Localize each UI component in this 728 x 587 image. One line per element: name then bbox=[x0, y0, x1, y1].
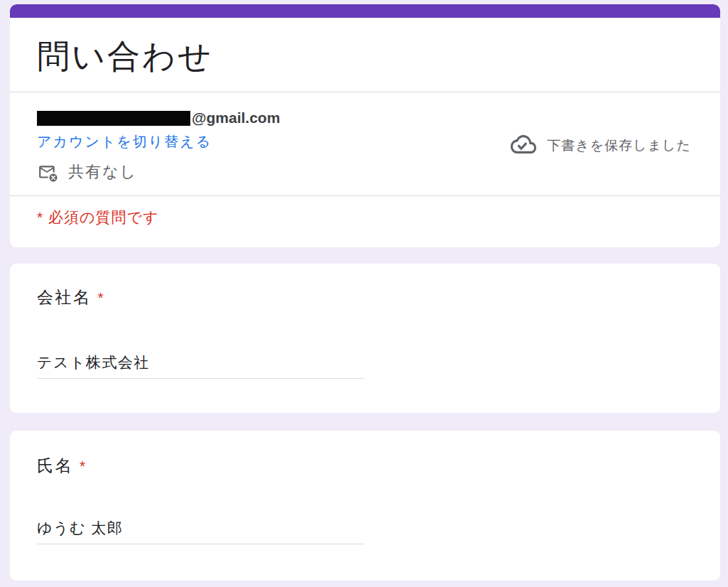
question-label-text: 会社名 bbox=[37, 288, 92, 306]
account-section: @gmail.com アカウントを切り替える 共有なし bbox=[10, 92, 720, 195]
required-note-section: * 必須の質問です bbox=[10, 196, 720, 247]
short-answer-input-company[interactable]: テスト株式会社 bbox=[37, 352, 364, 379]
form-header-card: 問い合わせ @gmail.com アカウントを切り替える bbox=[10, 4, 720, 247]
form-accent-bar bbox=[10, 4, 720, 18]
account-info: @gmail.com アカウントを切り替える 共有なし bbox=[37, 108, 280, 183]
account-email: @gmail.com bbox=[37, 108, 280, 128]
answer-value: ゆうむ 太郎 bbox=[37, 519, 123, 536]
question-card-name: 氏名* ゆうむ 太郎 bbox=[10, 431, 720, 581]
switch-account-link[interactable]: アカウントを切り替える bbox=[37, 131, 212, 151]
question-label: 会社名* bbox=[37, 286, 692, 308]
redacted-email-bar bbox=[37, 111, 190, 126]
share-status-row: 共有なし bbox=[37, 161, 280, 183]
question-label-text: 氏名 bbox=[37, 456, 73, 475]
required-asterisk: * bbox=[80, 458, 85, 474]
required-asterisk: * bbox=[98, 289, 104, 306]
email-domain: @gmail.com bbox=[192, 108, 280, 128]
form-title-section: 問い合わせ bbox=[10, 18, 720, 92]
cloud-done-icon bbox=[511, 135, 536, 156]
short-answer-input-name[interactable]: ゆうむ 太郎 bbox=[37, 518, 364, 544]
required-note: * 必須の質問です bbox=[37, 209, 158, 225]
form-title: 問い合わせ bbox=[37, 36, 692, 76]
question-card-company: 会社名* テスト株式会社 bbox=[10, 264, 720, 413]
draft-status-label: 下書きを保存しました bbox=[547, 136, 691, 155]
draft-status: 下書きを保存しました bbox=[511, 135, 691, 156]
share-status-label: 共有なし bbox=[68, 161, 137, 183]
mail-off-icon bbox=[37, 161, 58, 183]
question-label: 氏名* bbox=[37, 455, 692, 477]
google-form-page: 問い合わせ @gmail.com アカウントを切り替える bbox=[10, 0, 720, 581]
answer-value: テスト株式会社 bbox=[37, 354, 150, 370]
